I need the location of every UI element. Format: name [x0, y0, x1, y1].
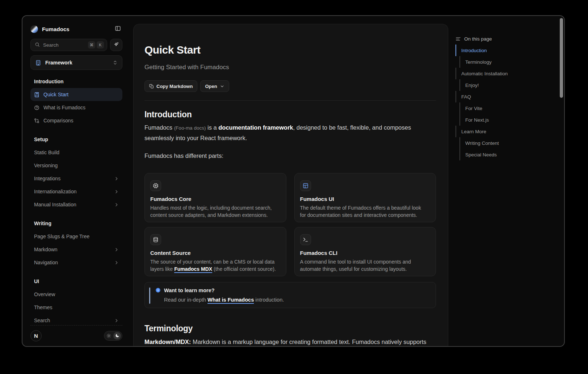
sidebar-item-label: What is Fumadocs [43, 105, 85, 110]
card-icon-tile [150, 180, 161, 191]
text-segment: The default theme of Fumadocs offers a b… [300, 205, 421, 218]
card-fumadocs-cli: Fumadocs CLIA command line tool to insta… [294, 227, 436, 276]
toc-item-special-needs[interactable]: Special Needs [455, 149, 557, 160]
feature-cards: Fumadocs CoreHandles most of the logic, … [144, 173, 436, 276]
compare-icon [34, 118, 39, 123]
sidebar-item-label: Page Slugs & Page Tree [34, 234, 89, 239]
sidebar-item-label: Static Build [34, 150, 59, 155]
copy-markdown-button[interactable]: Copy Markdown [144, 80, 197, 92]
sidebar-item-markdown[interactable]: Markdown [30, 243, 122, 256]
layout-icon [303, 183, 308, 189]
terminology-heading: Terminology [144, 323, 436, 333]
terminology-paragraph: Markdown/MDX: Markdown is a markup langu… [144, 337, 436, 347]
sidebar-item-label: Versioning [34, 163, 58, 168]
card-description: The source of your content, can be a CMS… [150, 258, 279, 273]
text-segment: (Foo-ma docs) [174, 125, 206, 131]
sparkles-icon [113, 42, 119, 49]
text-segment: A command line tool to install UI compon… [300, 259, 411, 272]
sidebar-item-label: Comparisons [43, 118, 73, 123]
search-input[interactable]: Search ⌘ K [30, 39, 107, 51]
chevrons-up-down-icon [113, 60, 118, 65]
sidebar-item-what-is-fumadocs[interactable]: What is Fumadocs [30, 101, 122, 114]
nextjs-logo[interactable]: N [30, 330, 42, 341]
callout-content: Want to learn more? Read our in-depth Wh… [155, 287, 430, 308]
text-segment: (the official content source). [212, 266, 276, 272]
open-label: Open [205, 84, 217, 89]
ai-search-button[interactable] [110, 39, 122, 51]
text-segment: Markdown is a markup language for creati… [191, 339, 426, 345]
chevron-right-icon [114, 260, 119, 265]
nav-section-ui: UIOverviewThemesSearch [30, 275, 122, 327]
toc-item-enjoy[interactable]: Enjoy! [455, 79, 557, 91]
sidebar-item-overview[interactable]: Overview [30, 288, 122, 301]
chevron-right-icon [114, 189, 119, 194]
search-shortcut: ⌘ K [88, 41, 104, 49]
building-icon [35, 60, 41, 66]
nav-section-label-setup: Setup [30, 133, 122, 146]
toc-item-introduction[interactable]: Introduction [455, 45, 557, 56]
toc-item-faq[interactable]: FAQ [455, 91, 557, 102]
search-icon [35, 42, 40, 48]
inline-link-fumadocs-mdx[interactable]: Fumadocs MDX [174, 266, 212, 272]
sidebar-item-versioning[interactable]: Versioning [30, 159, 122, 172]
sidebar-item-themes[interactable]: Themes [30, 301, 122, 314]
toc-item-learn-more[interactable]: Learn More [455, 126, 557, 137]
text-segment: introduction. [254, 297, 284, 303]
parts-paragraph: Fumadocs has different parts: [144, 151, 436, 161]
page-title: Quick Start [144, 43, 436, 57]
callout-title: Want to learn more? [164, 287, 215, 293]
sidebar-collapse-button[interactable] [113, 24, 122, 34]
brand[interactable]: Fumadocs [30, 25, 113, 33]
sidebar-nav: IntroductionQuick StartWhat is FumadocsC… [30, 75, 122, 327]
sidebar-item-label: Integrations [34, 176, 60, 181]
card-description: Handles most of the logic, including doc… [150, 204, 279, 219]
card-title: Fumadocs Core [150, 196, 279, 202]
text-segment: documentation framework [218, 124, 293, 131]
toc-item-terminology[interactable]: Terminology [455, 56, 557, 68]
sidebar-header: Fumadocs [30, 23, 122, 35]
card-title: Fumadocs UI [300, 196, 429, 202]
page-actions: Copy Markdown Open [144, 80, 436, 92]
sidebar-item-label: Markdown [34, 247, 58, 252]
fumadocs-logo-icon [30, 25, 38, 33]
sidebar-item-quick-start[interactable]: Quick Start [30, 88, 122, 101]
sidebar-item-internationalization[interactable]: Internationalization [30, 185, 122, 198]
card-description: The default theme of Fumadocs offers a b… [300, 204, 429, 219]
card-icon-tile [150, 234, 161, 245]
window-scrollbar-thumb[interactable] [560, 18, 563, 98]
sidebar-item-navigation[interactable]: Navigation [30, 256, 122, 269]
sidebar-item-comparisons[interactable]: Comparisons [30, 114, 122, 127]
search-row: Search ⌘ K [30, 39, 122, 51]
framework-select[interactable]: Framework [30, 55, 122, 70]
card-icon-tile [300, 234, 311, 245]
chevron-right-icon [114, 202, 119, 207]
sidebar-item-label: Themes [34, 304, 52, 310]
inline-link-what-is-fumadocs[interactable]: What is Fumadocs [207, 297, 254, 303]
sidebar-item-page-slugs-page-tree[interactable]: Page Slugs & Page Tree [30, 230, 122, 243]
panel-left-icon [115, 25, 121, 33]
sidebar-item-manual-installation[interactable]: Manual Installation [30, 198, 122, 211]
toc-item-automatic-installation[interactable]: Automatic Installation [455, 68, 557, 79]
table-of-contents: On this page IntroductionTerminologyAuto… [455, 34, 557, 160]
sidebar-item-label: Internationalization [34, 189, 77, 194]
card-description: A command line tool to install UI compon… [300, 258, 429, 273]
sidebar-item-integrations[interactable]: Integrations [30, 172, 122, 185]
nav-section-writing: WritingPage Slugs & Page TreeMarkdownNav… [30, 217, 122, 269]
card-icon-tile [300, 180, 311, 191]
open-menu-button[interactable]: Open [200, 80, 229, 92]
sidebar-item-static-build[interactable]: Static Build [30, 146, 122, 159]
kbd-k: K [97, 41, 104, 49]
theme-toggle[interactable] [104, 331, 122, 341]
copy-icon [149, 84, 154, 89]
terminal-icon [303, 237, 308, 243]
toc-item-writing-content[interactable]: Writing Content [455, 137, 557, 149]
sidebar-item-label: Search [34, 318, 50, 323]
sidebar-item-label: Navigation [34, 260, 58, 265]
toc-item-for-vite[interactable]: For Vite [455, 102, 557, 114]
card-title: Fumadocs CLI [300, 250, 429, 256]
card-title: Content Source [150, 250, 279, 256]
toc-item-for-next-js[interactable]: For Next.js [455, 114, 557, 126]
page-subtitle: Getting Started with Fumadocs [144, 63, 436, 71]
sun-icon [106, 333, 111, 338]
cpu-icon [153, 183, 159, 189]
